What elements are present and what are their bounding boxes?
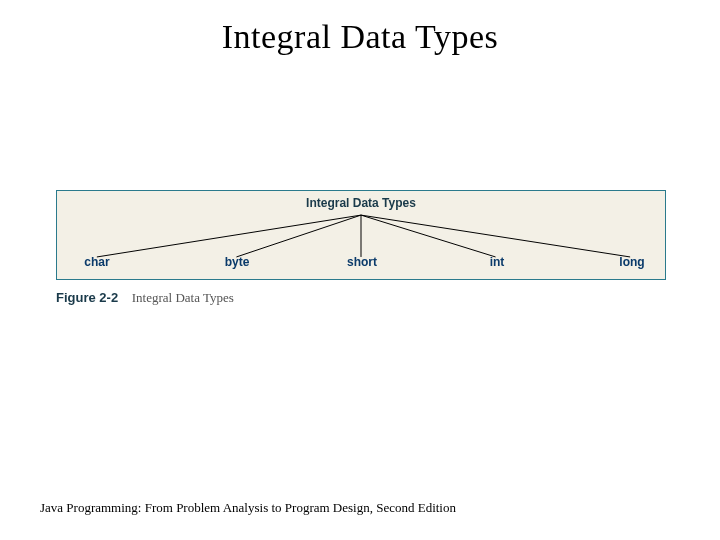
svg-line-1 (236, 215, 361, 257)
leaf-byte: byte (225, 255, 250, 269)
leaf-row: char byte short int long (57, 255, 665, 271)
leaf-char: char (84, 255, 109, 269)
slide: Integral Data Types Integral Data Types … (0, 0, 720, 540)
leaf-short: short (347, 255, 377, 269)
svg-line-4 (361, 215, 630, 257)
figure-number: Figure 2-2 (56, 290, 118, 305)
svg-line-0 (97, 215, 361, 257)
figure-caption: Figure 2-2 Integral Data Types (56, 290, 234, 306)
page-title: Integral Data Types (0, 18, 720, 56)
figure-box: Integral Data Types char byte short int … (56, 190, 666, 280)
figure-caption-text: Integral Data Types (132, 290, 234, 305)
leaf-int: int (490, 255, 505, 269)
leaf-long: long (619, 255, 644, 269)
svg-line-3 (361, 215, 496, 257)
figure-header: Integral Data Types (57, 196, 665, 210)
slide-footer: Java Programming: From Problem Analysis … (40, 500, 456, 516)
